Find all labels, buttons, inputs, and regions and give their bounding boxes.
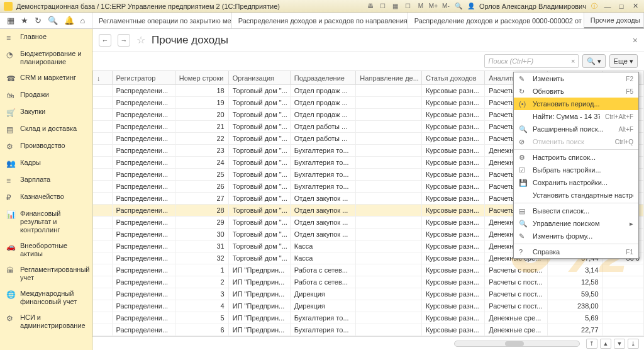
sidebar-item[interactable]: 🛍Продажи [0, 87, 92, 104]
cell: Торговый дом "... [228, 133, 290, 145]
favorite-toggle-icon[interactable]: ☆ [136, 34, 145, 46]
cell: Работа с сетев... [290, 276, 356, 288]
sidebar-item[interactable]: 🚗Внеоборотные активы [0, 238, 92, 262]
minimize-button[interactable]: — [602, 2, 613, 11]
column-header[interactable]: Статья доходов [421, 71, 484, 85]
cell [356, 205, 422, 217]
menu-item[interactable]: Установить стандартные настройки [514, 189, 638, 201]
tool-icon[interactable]: ☐ [379, 2, 387, 11]
column-header[interactable]: Организация [228, 71, 290, 85]
tab[interactable]: Распределение доходов и расходов 0000-00… [408, 13, 584, 28]
search-input[interactable]: Поиск (Ctrl+F) × [484, 54, 579, 68]
column-header[interactable]: Подразделение [290, 71, 356, 85]
sidebar-label: Кадры [20, 159, 41, 167]
sidebar-item[interactable]: 👥Кадры [0, 155, 92, 172]
menu-item[interactable]: Найти: Сумма - 14 377,28Ctrl+Alt+F [514, 110, 638, 123]
cell: Распределени... [112, 300, 175, 312]
scroll-bottom-button[interactable]: ⤓ [628, 339, 639, 349]
table-row[interactable]: Распределени...6ИП "Предприн...Бухгалтер… [93, 324, 644, 336]
m-minus-icon[interactable]: M- [441, 2, 450, 11]
menu-item[interactable]: ✎Изменить форму... [514, 230, 638, 242]
cell: 31 [175, 240, 228, 252]
m-icon[interactable]: M [416, 2, 425, 11]
sidebar-item[interactable]: ₽Казначейство [0, 189, 92, 206]
sidebar-item[interactable]: 🌐Международный финансовый учет [0, 286, 92, 310]
app-logo-icon [4, 2, 13, 11]
menu-item[interactable]: ⚙Настроить список... [514, 151, 638, 164]
menu-label: Установить период... [533, 100, 633, 108]
menu-item[interactable]: ✎ИзменитьF2 [514, 72, 638, 85]
clear-search-icon[interactable]: × [571, 57, 575, 65]
sidebar-item[interactable]: ⚙НСИ и администрирование [0, 310, 92, 334]
scroll-top-button[interactable]: ⤒ [586, 339, 597, 349]
info-icon[interactable]: ⓘ [590, 2, 599, 11]
user-name[interactable]: Орлов Александр Владимирович [479, 3, 586, 10]
cell: Бухгалтерия то... [290, 324, 356, 336]
search-button[interactable]: 🔍 ▾ [582, 54, 606, 68]
sidebar-label: Финансовый результат и контроллинг [20, 210, 86, 234]
cell: Торговый дом "... [228, 157, 290, 169]
menu-item[interactable]: ☑Выбрать настройки... [514, 164, 638, 176]
menu-item[interactable]: ?СправкаF1 [514, 246, 638, 258]
sidebar-item[interactable]: 📊Финансовый результат и контроллинг [0, 206, 92, 238]
cell [356, 133, 422, 145]
menu-item[interactable]: 🔍Управление поиском▸ [514, 217, 638, 230]
cell: ИП "Предприн... [228, 324, 290, 336]
history-icon[interactable]: ↻ [35, 16, 42, 25]
column-header[interactable]: Направление де... [356, 71, 422, 85]
close-button[interactable]: ✕ [630, 2, 640, 11]
sidebar-item[interactable]: ≡Зарплата [0, 172, 92, 189]
cell: Работа с сетев... [290, 264, 356, 276]
menu-item[interactable]: 🔍Расширенный поиск...Alt+F [514, 123, 638, 135]
nav-back-button[interactable]: ← [99, 34, 111, 47]
cell: Торговый дом "... [228, 252, 290, 264]
tab[interactable]: Распределения доходов и расходов по напр… [232, 13, 408, 28]
bell-icon[interactable]: 🔔 [64, 16, 74, 25]
column-header[interactable]: Номер строки [175, 71, 228, 85]
table-row[interactable]: Распределени...1ИП "Предприн...Работа с … [93, 264, 644, 276]
horizontal-scrollbar[interactable] [454, 341, 580, 347]
sidebar-item[interactable]: ☎CRM и маркетинг [0, 70, 92, 87]
column-header[interactable]: Регистратор [112, 71, 175, 85]
table-row[interactable]: Распределени...4ИП "Предприн...ДирекцияК… [93, 300, 644, 312]
tab[interactable]: Регламентные операции по закрытию месяца… [92, 13, 232, 28]
sidebar-item[interactable]: ≡Главное [0, 29, 92, 46]
print-icon[interactable]: 🖶 [366, 2, 375, 11]
favorite-icon[interactable]: ★ [21, 16, 28, 25]
calendar-icon[interactable]: ☐ [404, 2, 413, 11]
tab[interactable]: Прочие доходы× [584, 13, 644, 28]
scroll-down-button[interactable]: ▼ [614, 339, 625, 349]
home-icon[interactable]: ⌂ [80, 16, 86, 25]
sidebar-label: Производство [20, 142, 65, 150]
sidebar-item[interactable]: ◔Бюджетирование и планирование [0, 46, 92, 70]
cell [93, 240, 113, 252]
menu-item[interactable]: ▤Вывести список... [514, 205, 638, 217]
menu-icon: 💾 [519, 179, 528, 187]
menu-item[interactable]: ↻ОбновитьF5 [514, 85, 638, 98]
zoom-icon[interactable]: 🔍 [454, 2, 463, 11]
search-icon[interactable]: 🔍 [48, 16, 58, 25]
sidebar-item[interactable]: ▤Склад и доставка [0, 121, 92, 138]
cell: Отдел закупок ... [290, 217, 356, 229]
scroll-up-button[interactable]: ▲ [600, 339, 611, 349]
cell: Распределени... [112, 133, 175, 145]
maximize-button[interactable]: □ [616, 2, 626, 11]
calc-icon[interactable]: ▦ [391, 2, 400, 11]
cell: Распределени... [112, 181, 175, 193]
m-plus-icon[interactable]: M+ [429, 2, 438, 11]
menu-item[interactable]: (•)Установить период... [514, 98, 638, 110]
menu-item[interactable]: ⊘Отменить поискCtrl+Q [514, 135, 638, 148]
nav-forward-button[interactable]: → [118, 34, 130, 47]
menu-item[interactable]: 💾Сохранить настройки... [514, 176, 638, 189]
cell: 6 [175, 324, 228, 336]
sidebar-item[interactable]: 🏛Регламентированный учет [0, 262, 92, 286]
column-header[interactable]: ↓ [93, 71, 113, 85]
more-button[interactable]: Еще ▾ [609, 54, 638, 68]
apps-icon[interactable]: ▦ [7, 16, 14, 25]
sidebar-item[interactable]: ⚙Производство [0, 138, 92, 155]
table-row[interactable]: Распределени...2ИП "Предприн...Работа с … [93, 276, 644, 288]
table-row[interactable]: Распределени...5ИП "Предприн...Бухгалтер… [93, 312, 644, 324]
table-row[interactable]: Распределени...3ИП "Предприн...ДирекцияК… [93, 288, 644, 300]
page-close-button[interactable]: × [633, 35, 638, 45]
sidebar-item[interactable]: 🛒Закупки [0, 104, 92, 121]
